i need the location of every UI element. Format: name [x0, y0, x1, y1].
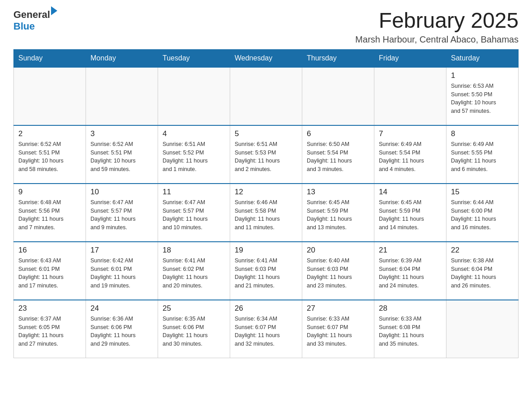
- day-info: Sunrise: 6:50 AM Sunset: 5:54 PM Dayligh…: [307, 140, 369, 174]
- day-info: Sunrise: 6:49 AM Sunset: 5:54 PM Dayligh…: [379, 140, 442, 174]
- day-number: 23: [18, 304, 81, 313]
- calendar-cell: 3Sunrise: 6:52 AM Sunset: 5:51 PM Daylig…: [86, 125, 158, 184]
- logo-general-text: General: [13, 9, 50, 21]
- title-section: February 2025 Marsh Harbour, Central Aba…: [355, 9, 519, 45]
- day-number: 26: [235, 304, 297, 313]
- calendar-cell: 16Sunrise: 6:43 AM Sunset: 6:01 PM Dayli…: [14, 242, 86, 300]
- day-info: Sunrise: 6:51 AM Sunset: 5:52 PM Dayligh…: [163, 140, 225, 174]
- day-number: 22: [451, 246, 514, 255]
- day-info: Sunrise: 6:43 AM Sunset: 6:01 PM Dayligh…: [18, 257, 81, 290]
- day-info: Sunrise: 6:53 AM Sunset: 5:50 PM Dayligh…: [451, 82, 514, 116]
- day-number: 1: [451, 71, 514, 80]
- day-number: 18: [163, 246, 225, 255]
- day-number: 11: [163, 188, 225, 197]
- day-info: Sunrise: 6:52 AM Sunset: 5:51 PM Dayligh…: [90, 140, 153, 174]
- day-info: Sunrise: 6:33 AM Sunset: 6:08 PM Dayligh…: [379, 315, 442, 348]
- calendar-cell: 15Sunrise: 6:44 AM Sunset: 6:00 PM Dayli…: [446, 184, 519, 242]
- calendar-cell: 24Sunrise: 6:36 AM Sunset: 6:06 PM Dayli…: [86, 300, 158, 358]
- calendar-cell: 22Sunrise: 6:38 AM Sunset: 6:04 PM Dayli…: [446, 242, 519, 300]
- day-number: 17: [90, 246, 153, 255]
- day-info: Sunrise: 6:41 AM Sunset: 6:02 PM Dayligh…: [163, 257, 225, 290]
- day-info: Sunrise: 6:37 AM Sunset: 6:05 PM Dayligh…: [18, 315, 81, 348]
- week-row-2: 2Sunrise: 6:52 AM Sunset: 5:51 PM Daylig…: [14, 125, 519, 184]
- calendar-cell: 27Sunrise: 6:33 AM Sunset: 6:07 PM Dayli…: [302, 300, 374, 358]
- calendar-cell: [374, 67, 446, 125]
- day-info: Sunrise: 6:38 AM Sunset: 6:04 PM Dayligh…: [451, 257, 514, 290]
- calendar-cell: [446, 300, 519, 358]
- day-number: 27: [307, 304, 369, 313]
- header-wednesday: Wednesday: [230, 49, 302, 67]
- day-info: Sunrise: 6:45 AM Sunset: 5:59 PM Dayligh…: [307, 198, 369, 232]
- logo-arrow-icon: [51, 6, 57, 15]
- header-sunday: Sunday: [14, 49, 86, 67]
- day-number: 25: [163, 304, 225, 313]
- day-info: Sunrise: 6:42 AM Sunset: 6:01 PM Dayligh…: [90, 257, 153, 290]
- day-number: 28: [379, 304, 442, 313]
- header-friday: Friday: [374, 49, 446, 67]
- day-info: Sunrise: 6:45 AM Sunset: 5:59 PM Dayligh…: [379, 198, 442, 232]
- calendar-cell: [86, 67, 158, 125]
- day-number: 4: [163, 129, 225, 138]
- week-row-4: 16Sunrise: 6:43 AM Sunset: 6:01 PM Dayli…: [14, 242, 519, 300]
- calendar-cell: 14Sunrise: 6:45 AM Sunset: 5:59 PM Dayli…: [374, 184, 446, 242]
- day-number: 20: [307, 246, 369, 255]
- day-info: Sunrise: 6:46 AM Sunset: 5:58 PM Dayligh…: [235, 198, 297, 232]
- header-monday: Monday: [86, 49, 158, 67]
- calendar-cell: [302, 67, 374, 125]
- calendar-cell: 7Sunrise: 6:49 AM Sunset: 5:54 PM Daylig…: [374, 125, 446, 184]
- calendar-cell: 2Sunrise: 6:52 AM Sunset: 5:51 PM Daylig…: [14, 125, 86, 184]
- day-number: 15: [451, 188, 514, 197]
- day-info: Sunrise: 6:40 AM Sunset: 6:03 PM Dayligh…: [307, 257, 369, 290]
- logo: General Blue: [13, 9, 57, 32]
- day-number: 10: [90, 188, 153, 197]
- calendar-table: Sunday Monday Tuesday Wednesday Thursday…: [13, 49, 519, 359]
- day-info: Sunrise: 6:36 AM Sunset: 6:06 PM Dayligh…: [90, 315, 153, 348]
- calendar-cell: 4Sunrise: 6:51 AM Sunset: 5:52 PM Daylig…: [158, 125, 230, 184]
- day-number: 2: [18, 129, 81, 138]
- week-row-3: 9Sunrise: 6:48 AM Sunset: 5:56 PM Daylig…: [14, 184, 519, 242]
- calendar-cell: 11Sunrise: 6:47 AM Sunset: 5:57 PM Dayli…: [158, 184, 230, 242]
- calendar-cell: 17Sunrise: 6:42 AM Sunset: 6:01 PM Dayli…: [86, 242, 158, 300]
- calendar-cell: 28Sunrise: 6:33 AM Sunset: 6:08 PM Dayli…: [374, 300, 446, 358]
- day-info: Sunrise: 6:52 AM Sunset: 5:51 PM Dayligh…: [18, 140, 81, 174]
- calendar-cell: [230, 67, 302, 125]
- day-number: 6: [307, 129, 369, 138]
- day-info: Sunrise: 6:34 AM Sunset: 6:07 PM Dayligh…: [235, 315, 297, 348]
- month-title: February 2025: [355, 9, 519, 33]
- day-info: Sunrise: 6:33 AM Sunset: 6:07 PM Dayligh…: [307, 315, 369, 348]
- calendar-cell: 19Sunrise: 6:41 AM Sunset: 6:03 PM Dayli…: [230, 242, 302, 300]
- day-info: Sunrise: 6:51 AM Sunset: 5:53 PM Dayligh…: [235, 140, 297, 174]
- calendar-cell: [158, 67, 230, 125]
- day-number: 16: [18, 246, 81, 255]
- day-info: Sunrise: 6:41 AM Sunset: 6:03 PM Dayligh…: [235, 257, 297, 290]
- calendar-cell: 18Sunrise: 6:41 AM Sunset: 6:02 PM Dayli…: [158, 242, 230, 300]
- header-saturday: Saturday: [446, 49, 519, 67]
- day-number: 19: [235, 246, 297, 255]
- day-info: Sunrise: 6:49 AM Sunset: 5:55 PM Dayligh…: [451, 140, 514, 174]
- day-number: 5: [235, 129, 297, 138]
- header-tuesday: Tuesday: [158, 49, 230, 67]
- calendar-cell: [14, 67, 86, 125]
- calendar-cell: 5Sunrise: 6:51 AM Sunset: 5:53 PM Daylig…: [230, 125, 302, 184]
- calendar-cell: 12Sunrise: 6:46 AM Sunset: 5:58 PM Dayli…: [230, 184, 302, 242]
- calendar-header-row: Sunday Monday Tuesday Wednesday Thursday…: [14, 49, 519, 67]
- day-number: 7: [379, 129, 442, 138]
- calendar-cell: 25Sunrise: 6:35 AM Sunset: 6:06 PM Dayli…: [158, 300, 230, 358]
- calendar-cell: 9Sunrise: 6:48 AM Sunset: 5:56 PM Daylig…: [14, 184, 86, 242]
- day-info: Sunrise: 6:39 AM Sunset: 6:04 PM Dayligh…: [379, 257, 442, 290]
- calendar-cell: 21Sunrise: 6:39 AM Sunset: 6:04 PM Dayli…: [374, 242, 446, 300]
- day-number: 14: [379, 188, 442, 197]
- day-info: Sunrise: 6:47 AM Sunset: 5:57 PM Dayligh…: [163, 198, 225, 232]
- location-subtitle: Marsh Harbour, Central Abaco, Bahamas: [355, 34, 519, 45]
- page-header: General Blue February 2025 Marsh Harbour…: [13, 9, 519, 45]
- calendar-cell: 20Sunrise: 6:40 AM Sunset: 6:03 PM Dayli…: [302, 242, 374, 300]
- calendar-cell: 10Sunrise: 6:47 AM Sunset: 5:57 PM Dayli…: [86, 184, 158, 242]
- week-row-1: 1Sunrise: 6:53 AM Sunset: 5:50 PM Daylig…: [14, 67, 519, 125]
- day-number: 9: [18, 188, 81, 197]
- logo-blue-text: Blue: [13, 21, 57, 32]
- day-number: 21: [379, 246, 442, 255]
- week-row-5: 23Sunrise: 6:37 AM Sunset: 6:05 PM Dayli…: [14, 300, 519, 358]
- day-number: 8: [451, 129, 514, 138]
- calendar-cell: 13Sunrise: 6:45 AM Sunset: 5:59 PM Dayli…: [302, 184, 374, 242]
- day-number: 3: [90, 129, 153, 138]
